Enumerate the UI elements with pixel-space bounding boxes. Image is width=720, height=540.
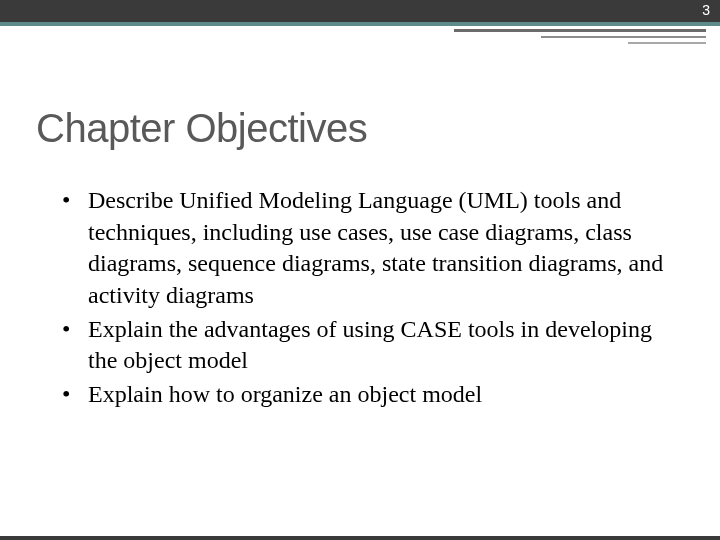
list-item: Explain how to organize an object model [62, 379, 670, 411]
page-number: 3 [702, 2, 710, 18]
decorative-line-2 [541, 36, 706, 38]
bottom-border [0, 536, 720, 540]
top-header-bar: 3 [0, 0, 720, 22]
decorative-line-3 [628, 42, 706, 44]
objectives-list: Describe Unified Modeling Language (UML)… [62, 185, 670, 411]
list-item: Explain the advantages of using CASE too… [62, 314, 670, 377]
header-decorative-lines [0, 26, 720, 50]
slide-title: Chapter Objectives [36, 106, 720, 151]
list-item: Describe Unified Modeling Language (UML)… [62, 185, 670, 312]
decorative-line-1 [454, 29, 706, 32]
